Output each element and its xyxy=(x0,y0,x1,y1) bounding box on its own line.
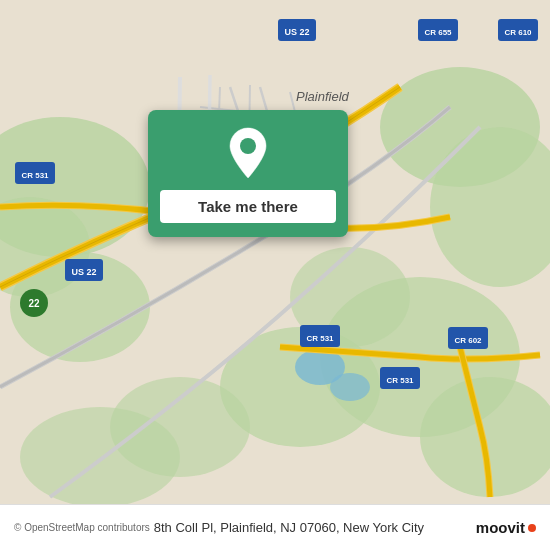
svg-text:CR 655: CR 655 xyxy=(424,28,452,37)
svg-text:CR 531: CR 531 xyxy=(386,376,414,385)
moovit-logo-text: moovit xyxy=(476,519,525,536)
map-svg: US 22 CR 531 CR 531 CR 531 CR 602 CR 655… xyxy=(0,0,550,504)
svg-text:CR 602: CR 602 xyxy=(454,336,482,345)
map-pin-icon xyxy=(226,126,270,180)
moovit-logo: moovit xyxy=(476,519,536,536)
svg-text:22: 22 xyxy=(28,298,40,309)
svg-text:CR 531: CR 531 xyxy=(306,334,334,343)
map-container: US 22 CR 531 CR 531 CR 531 CR 602 CR 655… xyxy=(0,0,550,504)
bottom-bar: © OpenStreetMap contributors 8th Coll Pl… xyxy=(0,504,550,550)
moovit-logo-dot xyxy=(528,524,536,532)
app-container: US 22 CR 531 CR 531 CR 531 CR 602 CR 655… xyxy=(0,0,550,550)
svg-text:US 22: US 22 xyxy=(71,267,96,277)
copyright-text: © OpenStreetMap contributors xyxy=(14,522,150,533)
svg-text:CR 531: CR 531 xyxy=(21,171,49,180)
svg-point-10 xyxy=(20,407,180,504)
svg-text:Plainfield: Plainfield xyxy=(296,89,350,104)
address-text: 8th Coll Pl, Plainfield, NJ 07060, New Y… xyxy=(154,520,476,535)
svg-point-13 xyxy=(330,373,370,401)
svg-text:US 22: US 22 xyxy=(284,27,309,37)
svg-point-46 xyxy=(240,138,256,154)
popup-card: Take me there xyxy=(148,110,348,237)
svg-text:CR 610: CR 610 xyxy=(504,28,532,37)
take-me-there-button[interactable]: Take me there xyxy=(160,190,336,223)
